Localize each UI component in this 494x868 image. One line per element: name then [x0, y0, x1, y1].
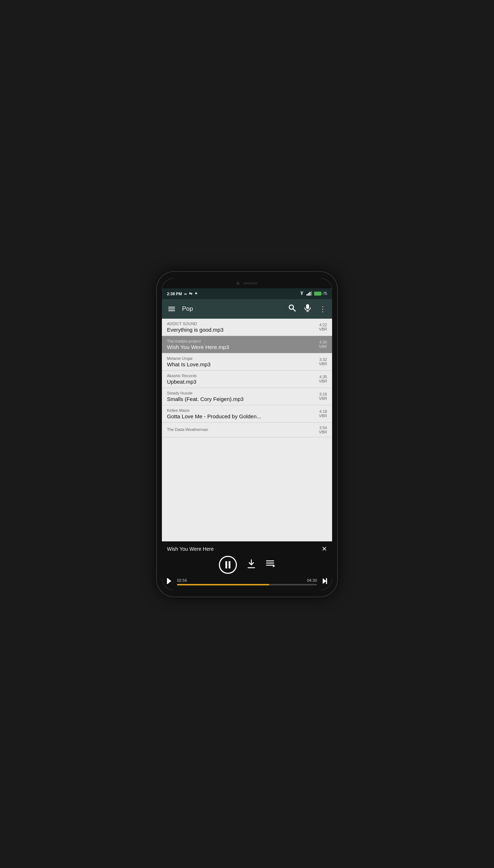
song-vbr-1: VBR: [319, 344, 327, 349]
earpiece-speaker: [243, 282, 257, 284]
phone-screen: 2:38 PM ∞ ⇋ ✦: [162, 278, 332, 590]
svg-marker-16: [168, 578, 171, 584]
song-artist-3: Akashic Records: [167, 374, 319, 378]
player-controls: [167, 556, 327, 574]
queue-button[interactable]: [266, 559, 275, 570]
song-info-3: Akashic RecordsUpbeat.mp3: [167, 374, 319, 385]
progress-bar-fill: [177, 584, 269, 585]
progress-bar[interactable]: [177, 584, 317, 585]
svg-rect-6: [306, 304, 309, 309]
toolbar-title: Pop: [182, 305, 283, 313]
battery-percent: 75: [323, 292, 327, 296]
status-left: 2:38 PM ∞ ⇋ ✦: [167, 291, 198, 296]
song-info-2: Melanie UngarWhat Is Love.mp3: [167, 356, 319, 367]
svg-rect-2: [309, 292, 310, 296]
song-duration-3: 4:35: [319, 375, 327, 379]
song-duration-2: 3:32: [319, 357, 327, 362]
player-header: Wish You Were Here ✕: [167, 545, 327, 553]
toolbar: Pop ⋮: [162, 299, 332, 319]
svg-rect-17: [167, 578, 168, 584]
mic-button[interactable]: [303, 302, 313, 315]
song-vbr-4: VBR: [319, 396, 327, 401]
song-title-5: Gotta Love Me - Produced by Golden...: [167, 413, 319, 419]
player-title: Wish You Were Here: [167, 546, 214, 552]
song-info-6: The Dada Weatherman: [167, 427, 319, 432]
toolbar-actions: ⋮: [287, 302, 328, 315]
song-artist-4: Steady Hussle: [167, 391, 319, 395]
previous-button[interactable]: [167, 577, 174, 586]
song-info-4: Steady HussleSmalls (Feat. Cory Feigen).…: [167, 391, 319, 402]
menu-button[interactable]: [166, 305, 177, 313]
song-artist-0: ADDICT SOUND: [167, 322, 319, 326]
status-usb-icon: ⇋: [189, 291, 192, 296]
song-duration-0: 4:22: [319, 323, 327, 327]
song-info-1: The.madpix.projectWish You Were Here.mp3: [167, 339, 319, 350]
song-item-0[interactable]: ADDICT SOUNDEverything is good.mp34:22VB…: [162, 319, 332, 336]
song-item-6[interactable]: The Dada Weatherman3:54VBR: [162, 423, 332, 437]
svg-rect-3: [311, 291, 312, 296]
phone-top-decoration: [162, 278, 332, 288]
total-time: 04:30: [307, 578, 317, 583]
song-vbr-2: VBR: [319, 362, 327, 366]
status-bar: 2:38 PM ∞ ⇋ ✦: [162, 288, 332, 299]
song-artist-1: The.madpix.project: [167, 339, 319, 343]
search-button[interactable]: [287, 302, 297, 315]
progress-container: 02:56 04:30: [177, 578, 317, 585]
player-close-button[interactable]: ✕: [322, 545, 327, 553]
song-meta-5: 4:18VBR: [319, 409, 327, 418]
song-title-1: Wish You Were Here.mp3: [167, 344, 319, 350]
song-vbr-6: VBR: [319, 430, 327, 434]
song-info-0: ADDICT SOUNDEverything is good.mp3: [167, 322, 319, 333]
wifi-icon: [299, 291, 305, 296]
song-item-4[interactable]: Steady HussleSmalls (Feat. Cory Feigen).…: [162, 388, 332, 405]
song-item-5[interactable]: Kellee MaizeGotta Love Me - Produced by …: [162, 405, 332, 423]
song-list[interactable]: ADDICT SOUNDEverything is good.mp34:22VB…: [162, 319, 332, 541]
song-vbr-0: VBR: [319, 327, 327, 331]
player-bar: Wish You Were Here ✕: [162, 541, 332, 590]
song-meta-2: 3:32VBR: [319, 357, 327, 366]
svg-marker-18: [323, 578, 326, 584]
front-camera: [237, 282, 239, 285]
progress-row: 02:56 04:30: [167, 577, 327, 586]
song-info-5: Kellee MaizeGotta Love Me - Produced by …: [167, 408, 319, 419]
song-meta-6: 3:54VBR: [319, 426, 327, 434]
status-right: 75: [299, 291, 327, 296]
svg-rect-9: [225, 561, 227, 568]
song-title-4: Smalls (Feat. Cory Feigen).mp3: [167, 396, 319, 402]
song-meta-0: 4:22VBR: [319, 323, 327, 331]
svg-marker-15: [273, 564, 275, 567]
song-artist-5: Kellee Maize: [167, 408, 319, 413]
song-item-1[interactable]: The.madpix.projectWish You Were Here.mp3…: [162, 336, 332, 353]
song-vbr-5: VBR: [319, 414, 327, 418]
time-row: 02:56 04:30: [177, 578, 317, 583]
svg-rect-19: [326, 578, 327, 584]
song-duration-1: 4:30: [319, 340, 327, 344]
battery-icon: [314, 292, 321, 296]
song-meta-3: 4:35VBR: [319, 375, 327, 383]
song-meta-4: 3:16VBR: [319, 392, 327, 401]
song-duration-5: 4:18: [319, 409, 327, 414]
svg-rect-10: [229, 561, 230, 568]
song-title-3: Upbeat.mp3: [167, 379, 319, 385]
signal-icon: [306, 291, 312, 296]
status-infinity-icon: ∞: [184, 292, 187, 296]
phone-shell: 2:38 PM ∞ ⇋ ✦: [157, 272, 337, 597]
svg-rect-0: [306, 294, 308, 296]
current-time: 02:56: [177, 578, 187, 583]
svg-line-5: [293, 309, 296, 311]
song-meta-1: 4:30VBR: [319, 340, 327, 349]
next-button[interactable]: [320, 577, 327, 586]
song-vbr-3: VBR: [319, 379, 327, 383]
pause-button[interactable]: [219, 556, 237, 574]
svg-rect-1: [308, 293, 309, 296]
status-time: 2:38 PM: [167, 292, 182, 296]
song-artist-6: The Dada Weatherman: [167, 427, 319, 432]
song-item-3[interactable]: Akashic RecordsUpbeat.mp34:35VBR: [162, 371, 332, 388]
more-options-button[interactable]: ⋮: [318, 303, 328, 315]
song-item-2[interactable]: Melanie UngarWhat Is Love.mp33:32VBR: [162, 353, 332, 371]
song-title-2: What Is Love.mp3: [167, 361, 319, 367]
song-duration-4: 3:16: [319, 392, 327, 396]
song-duration-6: 3:54: [319, 426, 327, 430]
song-title-0: Everything is good.mp3: [167, 327, 319, 333]
download-button[interactable]: [247, 559, 256, 571]
